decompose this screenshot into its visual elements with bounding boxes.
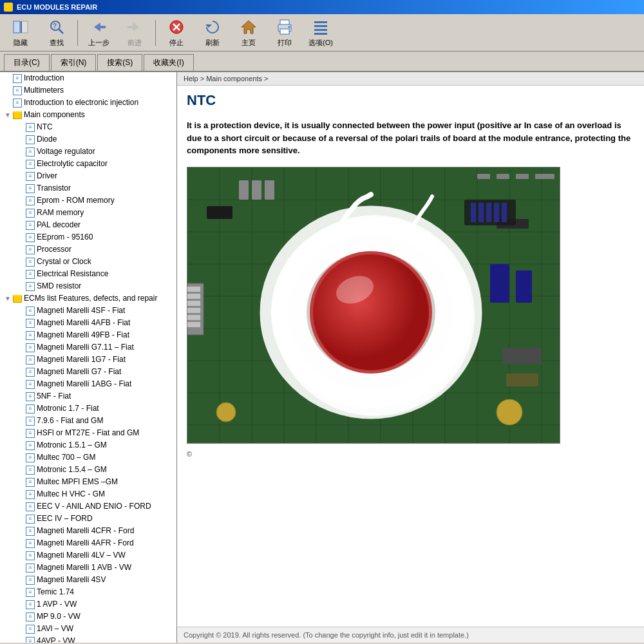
toolbar: 隐藏 ? 查找 上一步 前进 bbox=[0, 14, 644, 52]
tree-item[interactable]: ≡Diode bbox=[0, 133, 176, 146]
tree-item[interactable]: ≡Voltage regulator bbox=[0, 146, 176, 158]
tree-item[interactable]: ≡1AVl – VW bbox=[0, 623, 176, 635]
page-icon: ≡ bbox=[26, 319, 35, 328]
tree-item[interactable]: ≡PAL decoder bbox=[0, 219, 176, 231]
sidebar[interactable]: ≡Introduction≡Multimeters≡Introduction t… bbox=[0, 72, 177, 643]
tree-item[interactable]: ≡Multec MPFI EMS –GM bbox=[0, 476, 176, 488]
tree-item[interactable]: ≡Temic 1.74 bbox=[0, 586, 176, 598]
tree-item[interactable]: ≡Motronic 1.5.4 – GM bbox=[0, 464, 176, 476]
page-icon: ≡ bbox=[26, 429, 35, 438]
find-label: 查找 bbox=[50, 38, 64, 48]
tab-index[interactable]: 索引(N) bbox=[51, 54, 97, 71]
tree-item[interactable]: ≡4AVP - VW bbox=[0, 635, 176, 643]
svg-point-46 bbox=[216, 402, 236, 422]
tree-item[interactable]: ▼Main components bbox=[0, 109, 176, 121]
tree-item[interactable]: ≡EEC V - ANIL AND ENIO - FORD bbox=[0, 500, 176, 513]
tree-item[interactable]: ≡Electrolytic capacitor bbox=[0, 158, 176, 170]
tree-item[interactable]: ≡EEprom - 95160 bbox=[0, 231, 176, 243]
tree-item[interactable]: ≡Multec H VHC - GM bbox=[0, 488, 176, 500]
svg-rect-69 bbox=[486, 203, 491, 222]
svg-rect-51 bbox=[187, 287, 200, 292]
svg-rect-70 bbox=[494, 203, 499, 222]
refresh-label: 刷新 bbox=[205, 38, 220, 48]
options-icon bbox=[312, 18, 330, 36]
page-icon: ≡ bbox=[26, 515, 35, 524]
tree-item[interactable]: ≡Motronic 1.7 - Fiat bbox=[0, 402, 176, 415]
page-icon: ≡ bbox=[13, 99, 22, 108]
home-button[interactable]: 主页 bbox=[232, 17, 265, 49]
svg-rect-77 bbox=[535, 174, 554, 179]
forward-button[interactable]: 前进 bbox=[118, 17, 151, 49]
find-button[interactable]: ? 查找 bbox=[40, 17, 73, 49]
tree-item[interactable]: ≡Magneti Marelli 4SF - Fiat bbox=[0, 305, 176, 317]
tree-item[interactable]: ≡Magneti Marelli 4AFR - Ford bbox=[0, 537, 176, 549]
content-text: It is a protection device, it is usually… bbox=[187, 119, 634, 157]
tree-item[interactable]: ≡Driver bbox=[0, 170, 176, 182]
options-button[interactable]: 选项(O) bbox=[304, 17, 337, 49]
svg-rect-0 bbox=[14, 21, 20, 33]
page-icon: ≡ bbox=[26, 331, 35, 340]
page-icon: ≡ bbox=[26, 539, 35, 548]
tree-item[interactable]: ≡Multimeters bbox=[0, 84, 176, 97]
svg-rect-71 bbox=[502, 203, 507, 222]
print-button[interactable]: 打印 bbox=[268, 17, 301, 49]
svg-rect-76 bbox=[516, 174, 529, 179]
tree-item[interactable]: ≡Magneti Marelli 1 AVB - VW bbox=[0, 562, 176, 574]
tree-item[interactable]: ≡1 AVP - VW bbox=[0, 598, 176, 611]
tree-item[interactable]: ≡Magneti Marelli 1ABG - Fiat bbox=[0, 378, 176, 390]
tree-item[interactable]: ≡Crystal or Clock bbox=[0, 256, 176, 268]
page-icon: ≡ bbox=[26, 600, 35, 609]
svg-rect-19 bbox=[314, 29, 327, 31]
back-button[interactable]: 上一步 bbox=[82, 17, 115, 49]
tree-item[interactable]: ≡RAM memory bbox=[0, 207, 176, 219]
tree-item[interactable]: ≡Introduction bbox=[0, 72, 176, 84]
hide-button[interactable]: 隐藏 bbox=[4, 17, 37, 49]
svg-marker-7 bbox=[128, 23, 139, 32]
tree-item[interactable]: ≡Magneti Marelli 1G7 - Fiat bbox=[0, 354, 176, 366]
tree-item[interactable]: ≡Motronic 1.5.1 – GM bbox=[0, 439, 176, 451]
page-icon: ≡ bbox=[26, 478, 35, 487]
refresh-icon bbox=[204, 18, 222, 36]
page-icon: ≡ bbox=[26, 612, 35, 621]
tree-item[interactable]: ▼ECMs list Features, defects, and repair bbox=[0, 292, 176, 305]
tree-item[interactable]: ≡EEC IV – FORD bbox=[0, 513, 176, 525]
svg-rect-49 bbox=[265, 180, 274, 200]
tree-item[interactable]: ≡SMD resistor bbox=[0, 280, 176, 292]
tree-item[interactable]: ≡HSFl or MT27E - Fiat and GM bbox=[0, 427, 176, 439]
print-label: 打印 bbox=[278, 38, 292, 48]
page-title: NTC bbox=[187, 92, 634, 111]
refresh-button[interactable]: 刷新 bbox=[196, 17, 229, 49]
tree-item[interactable]: ≡Magneti Marelli G7.11 – Fiat bbox=[0, 341, 176, 354]
tree-item[interactable]: ≡7.9.6 - Fiat and GM bbox=[0, 415, 176, 427]
page-icon: ≡ bbox=[26, 368, 35, 377]
tree-item[interactable]: ≡MP 9.0 - VW bbox=[0, 611, 176, 623]
tree-item[interactable]: ≡Magneti Marelli G7 - Fiat bbox=[0, 366, 176, 378]
content-body: NTC It is a protection device, it is usu… bbox=[177, 86, 644, 627]
tree-item[interactable]: ≡Processor bbox=[0, 243, 176, 256]
tree-item[interactable]: ≡NTC bbox=[0, 121, 176, 133]
tree-item[interactable]: ≡Electrical Resistance bbox=[0, 268, 176, 280]
svg-rect-52 bbox=[187, 294, 200, 299]
stop-button[interactable]: 停止 bbox=[160, 17, 193, 49]
page-icon: ≡ bbox=[26, 441, 35, 450]
tree-item[interactable]: ≡Magneti Marelli 4SV bbox=[0, 574, 176, 586]
svg-point-63 bbox=[313, 254, 429, 370]
page-icon: ≡ bbox=[26, 355, 35, 365]
tree-item[interactable]: ≡Magneti Marelli 49FB - Fiat bbox=[0, 329, 176, 341]
forward-icon bbox=[126, 18, 144, 36]
page-icon: ≡ bbox=[26, 637, 35, 643]
tree-item[interactable]: ≡Magneti Marelli 4AFB - Fiat bbox=[0, 317, 176, 329]
tab-bar: 目录(C) 索引(N) 搜索(S) 收藏夹(I) bbox=[0, 52, 644, 72]
tree-item[interactable]: ≡Magneti Marelli 4LV – VW bbox=[0, 549, 176, 562]
tree-item[interactable]: ≡Eprom - ROM memory bbox=[0, 194, 176, 207]
page-icon: ≡ bbox=[26, 453, 35, 462]
tree-item[interactable]: ≡Magneti Marelli 4CFR - Ford bbox=[0, 525, 176, 537]
tab-favorites[interactable]: 收藏夹(I) bbox=[144, 54, 193, 71]
tab-contents[interactable]: 目录(C) bbox=[4, 54, 50, 71]
tree-item[interactable]: ≡Transistor bbox=[0, 182, 176, 194]
tree-item[interactable]: ≡Multec 700 – GM bbox=[0, 451, 176, 464]
tree-item[interactable]: ≡Introduction to electronic injection bbox=[0, 97, 176, 109]
tab-search[interactable]: 搜索(S) bbox=[97, 54, 142, 71]
hide-label: 隐藏 bbox=[14, 38, 28, 48]
tree-item[interactable]: ≡5NF - Fiat bbox=[0, 390, 176, 402]
